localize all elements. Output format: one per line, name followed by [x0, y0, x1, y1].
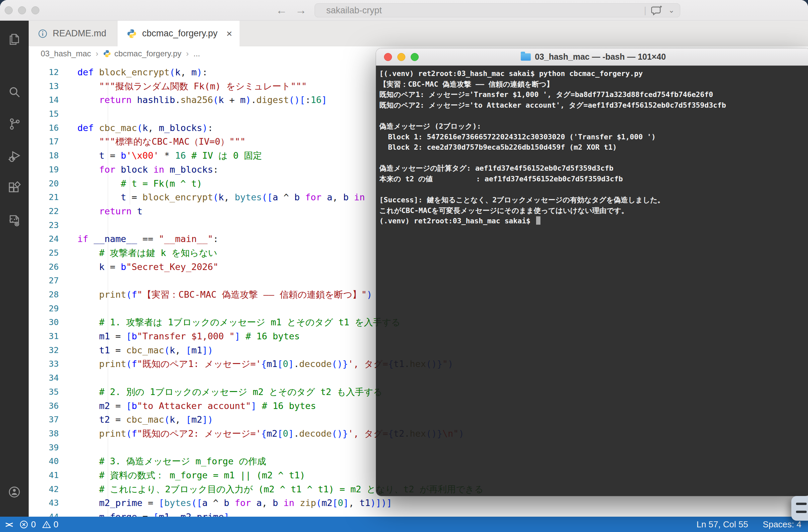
line-number: 44 [29, 510, 59, 517]
terminal-cursor [536, 216, 540, 225]
terminal-line [379, 110, 808, 121]
warnings-count: 0 [54, 519, 58, 530]
line-number: 31 [29, 329, 59, 343]
terminal-line: 既知のペア2: メッセージ='to Attacker account', タグ=… [379, 100, 808, 111]
remote-indicator-icon[interactable]: >< [5, 520, 16, 529]
line-number: 41 [29, 468, 59, 482]
terminal-line: (.venv) ret2root:03_hash_mac sakai$ [379, 216, 808, 226]
close-tab-icon[interactable]: × [226, 28, 232, 39]
account-icon[interactable] [8, 485, 21, 499]
back-icon[interactable]: ← [274, 3, 289, 17]
tab-label: cbcmac_forgery.py [142, 28, 218, 39]
line-number: 34 [29, 371, 59, 385]
chevron-down-icon[interactable]: ⌄ [663, 6, 680, 15]
activity-bar [0, 21, 29, 517]
line-number: 14 [29, 93, 59, 107]
line-number: 42 [29, 482, 59, 496]
line-number: 37 [29, 413, 59, 427]
errors-count: 0 [31, 519, 36, 530]
extensions-icon[interactable] [8, 181, 21, 195]
line-number: 40 [29, 454, 59, 468]
code-line-44: 44 m_forge = [m1, m2_prime] [29, 510, 808, 517]
divider: | [639, 5, 651, 16]
line-number: 20 [29, 177, 59, 191]
terminal-title: 03_hash_mac — -bash — 101×40 [521, 52, 666, 62]
terminal-line: 【実習：CBC-MAC 偽造攻撃 ―― 信頼の連鎖を断つ】 [379, 79, 808, 90]
terminal-line: Block 1: 5472616e736665722024312c3030302… [379, 132, 808, 142]
line-number: 27 [29, 274, 59, 288]
terminal-titlebar[interactable]: 03_hash_mac — -bash — 101×40 [376, 48, 808, 66]
terminal-body[interactable]: [(.venv) ret2root:03_hash_mac sakai$ pyt… [376, 66, 808, 496]
line-number: 26 [29, 260, 59, 274]
tab-readme[interactable]: README.md [29, 21, 117, 46]
indentation-setting[interactable]: Spaces: 4 [763, 519, 801, 530]
folder-icon [521, 53, 531, 61]
minimize-button[interactable] [18, 6, 26, 14]
search-icon[interactable] [8, 86, 21, 99]
breadcrumb-file[interactable]: cbcmac_forgery.py [114, 49, 182, 58]
run-debug-icon[interactable] [8, 149, 21, 163]
cursor-position[interactable]: Ln 57, Col 55 [697, 519, 748, 530]
zoom-button[interactable] [31, 6, 39, 14]
line-number: 30 [29, 315, 59, 329]
workspace-title: sakailab-crypt [315, 5, 639, 16]
breadcrumb-folder[interactable]: 03_hash_mac [41, 49, 91, 58]
python-icon [127, 28, 137, 39]
line-number: 23 [29, 218, 59, 232]
terminal-line [379, 184, 808, 195]
forward-icon[interactable]: → [294, 3, 308, 17]
terminal-line: これがCBC-MACを可変長メッセージにそのまま使ってはいけない理由です。 [379, 205, 808, 216]
terminal-close-button[interactable] [384, 53, 392, 61]
line-number: 38 [29, 427, 59, 441]
line-number: 29 [29, 302, 59, 316]
cpp-tools-icon[interactable] [8, 214, 21, 227]
vscode-titlebar: ← → sakailab-crypt | ⌄ [0, 0, 808, 21]
line-number: 22 [29, 204, 59, 218]
terminal-line: Block 2: cee2d730d757b9eca5b226db150d459… [379, 142, 808, 153]
line-number: 24 [29, 232, 59, 246]
status-bar: >< 0 0 Ln 57, Col 55 Spaces: 4 [0, 517, 808, 532]
terminal-minimize-button[interactable] [397, 53, 405, 61]
source-control-icon[interactable] [8, 117, 21, 131]
command-center-search[interactable]: sakailab-crypt | ⌄ [315, 3, 680, 17]
line-number: 16 [29, 121, 59, 135]
line-number: 21 [29, 190, 59, 204]
chevron-right-icon: › [186, 49, 189, 58]
window-edge-chip[interactable] [791, 496, 808, 521]
line-number: 28 [29, 288, 59, 302]
close-button[interactable] [5, 6, 13, 14]
problems-indicator[interactable]: 0 0 [19, 519, 58, 530]
line-number: 17 [29, 135, 59, 149]
line-number: 19 [29, 163, 59, 177]
terminal-line [379, 153, 808, 163]
warnings-icon [42, 520, 51, 529]
line-number: 43 [29, 496, 59, 510]
tab-label: README.md [53, 28, 106, 39]
editor-tab-strip: README.md cbcmac_forgery.py × [29, 21, 808, 46]
chevron-right-icon: › [96, 49, 98, 58]
tab-cbcmac-forgery[interactable]: cbcmac_forgery.py × [117, 21, 240, 46]
terminal-zoom-button[interactable] [411, 53, 419, 61]
code-line-43: 43 m2_prime = [bytes([a ^ b for a, b in … [29, 496, 808, 510]
line-number: 33 [29, 357, 59, 371]
line-number: 32 [29, 343, 59, 357]
chip-bar [796, 511, 807, 513]
terminal-line: 本来の t2 の値 : aef1fd37e4f56152eb0c7d5f359d… [379, 174, 808, 184]
terminal-line: 偽造メッセージ (2ブロック): [379, 121, 808, 132]
line-number: 18 [29, 149, 59, 163]
screen: ← → sakailab-crypt | ⌄ [0, 0, 808, 532]
line-number: 36 [29, 399, 59, 413]
explorer-icon[interactable] [8, 33, 21, 46]
line-number: 39 [29, 441, 59, 455]
terminal-line: [Success]: 鍵を知ることなく、2ブロックメッセージの有効なタグを偽造し… [379, 195, 808, 205]
python-icon [103, 50, 111, 58]
terminal-line: [(.venv) ret2root:03_hash_mac sakai$ pyt… [379, 68, 808, 79]
terminal-window[interactable]: 03_hash_mac — -bash — 101×40 [(.venv) re… [376, 48, 808, 496]
terminal-line: 偽造メッセージの計算タグ: aef1fd37e4f56152eb0c7d5f35… [379, 163, 808, 174]
copilot-chat-icon[interactable] [651, 5, 663, 16]
breadcrumb-more[interactable]: ... [194, 49, 200, 58]
line-number: 35 [29, 385, 59, 399]
terminal-line: 既知のペア1: メッセージ='Transfer $1,000 ', タグ=ba8… [379, 89, 808, 100]
line-number: 15 [29, 107, 59, 121]
line-number: 25 [29, 246, 59, 260]
